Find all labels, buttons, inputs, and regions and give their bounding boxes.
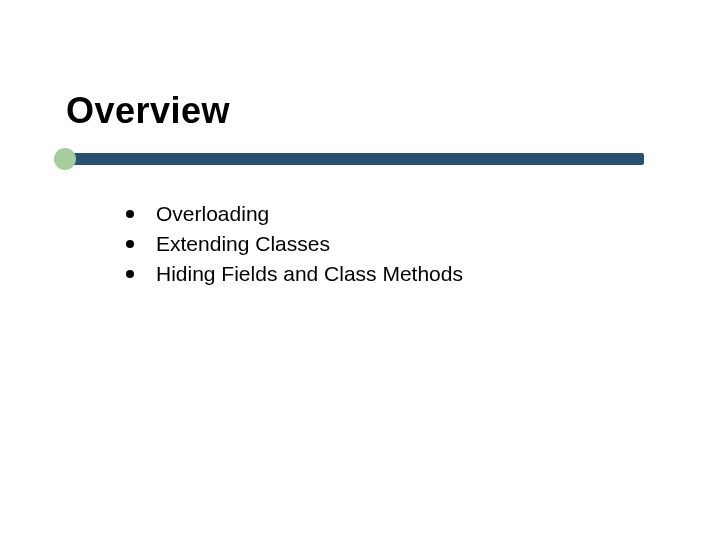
slide-title: Overview bbox=[66, 90, 230, 132]
list-item-label: Overloading bbox=[156, 200, 269, 228]
list-item-label: Hiding Fields and Class Methods bbox=[156, 260, 463, 288]
title-rule-dot-icon bbox=[54, 148, 76, 170]
list-item: Hiding Fields and Class Methods bbox=[126, 260, 646, 288]
list-item: Overloading bbox=[126, 200, 646, 228]
bullet-icon bbox=[126, 270, 134, 278]
title-rule bbox=[56, 150, 644, 168]
bullet-icon bbox=[126, 210, 134, 218]
bullet-icon bbox=[126, 240, 134, 248]
list-item: Extending Classes bbox=[126, 230, 646, 258]
title-rule-bar bbox=[56, 153, 644, 165]
list-item-label: Extending Classes bbox=[156, 230, 330, 258]
slide-body: Overloading Extending Classes Hiding Fie… bbox=[126, 200, 646, 290]
slide: Overview Overloading Extending Classes H… bbox=[0, 0, 720, 540]
